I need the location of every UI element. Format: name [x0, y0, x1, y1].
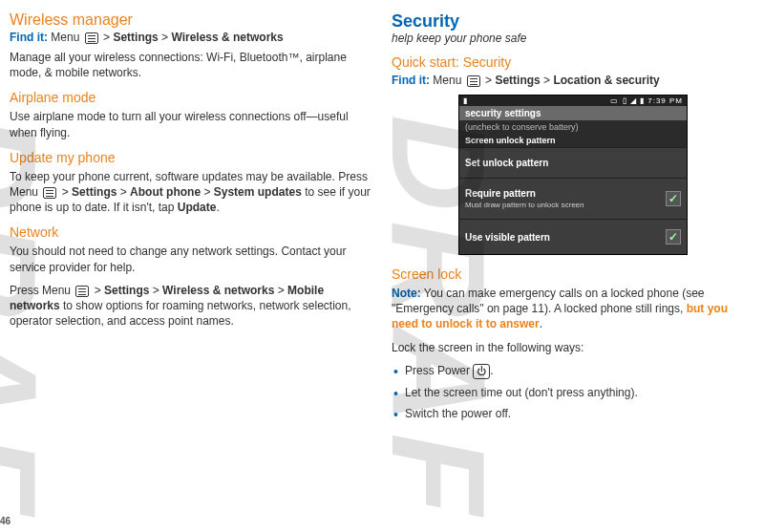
phone-sub1: (uncheck to conserve battery) — [459, 120, 687, 134]
update-settings: Settings — [72, 185, 117, 199]
phone-row-set-unlock[interactable]: Set unlock pattern — [459, 147, 687, 178]
bullet-1a: Press Power — [405, 364, 473, 377]
menu-icon — [85, 32, 98, 44]
phone-screenshot: ▮ ▭ ▯ ◢ ▮ 7:39 PM security settings (unc… — [458, 95, 688, 255]
network-body-2: Press Menu > Settings > Wireless & netwo… — [10, 283, 372, 330]
findit-settings: Settings — [113, 31, 158, 44]
row-label: Require pattern — [465, 188, 536, 199]
note-body-1: You can make emergency calls on a locked… — [392, 287, 705, 315]
findit-settings: Settings — [495, 74, 540, 87]
right-column: Security help keep your phone safe Quick… — [392, 11, 754, 428]
page-content: Wireless manager Find it: Menu > Setting… — [0, 0, 764, 437]
lock-ways-list: Press Power ⏻. Let the screen time out (… — [392, 363, 754, 422]
phone-sub2: Screen unlock pattern — [459, 134, 687, 147]
phone-row-require-pattern[interactable]: Require pattern Must draw pattern to unl… — [459, 178, 687, 219]
network-heading: Network — [10, 224, 372, 240]
power-icon: ⏻ — [473, 364, 490, 379]
checkbox-icon[interactable]: ✓ — [666, 229, 681, 245]
security-heading: Security — [392, 11, 754, 32]
statusbar-right: ▭ ▯ ◢ ▮ 7:39 PM — [610, 96, 683, 105]
row-label-wrap: Require pattern Must draw pattern to unl… — [465, 188, 584, 209]
screen-lock-heading: Screen lock — [392, 266, 754, 282]
update-phone-heading: Update my phone — [10, 150, 372, 165]
statusbar-icons: ▭ ▯ ◢ ▮ — [610, 96, 645, 105]
wireless-manager-heading: Wireless manager — [10, 11, 372, 29]
lock-ways-intro: Lock the screen in the following ways: — [392, 340, 754, 355]
findit-menu-word: Menu — [51, 31, 79, 44]
security-findit: Find it: Menu > Settings > Location & se… — [392, 74, 754, 87]
network-settings: Settings — [104, 284, 149, 297]
list-item: Let the screen time out (don't press any… — [392, 385, 754, 401]
airplane-mode-heading: Airplane mode — [10, 90, 372, 105]
findit-wireless-networks: Wireless & networks — [171, 31, 283, 44]
page-number: 46 — [0, 516, 11, 526]
security-tagline: help keep your phone safe — [392, 32, 754, 45]
update-phone-body: To keep your phone current, software upd… — [10, 169, 372, 216]
wireless-findit: Find it: Menu > Settings > Wireless & ne… — [10, 31, 372, 44]
statusbar-time: 7:39 PM — [647, 96, 683, 105]
network-body-1: You should not need to change any networ… — [10, 244, 372, 274]
findit-menu-word: Menu — [433, 74, 461, 87]
quick-start-heading: Quick start: Security — [392, 54, 754, 70]
note-label: Note: — [392, 287, 421, 300]
screen-lock-note: Note: You can make emergency calls on a … — [392, 286, 754, 332]
list-item: Switch the power off. — [392, 406, 754, 422]
update-about-phone: About phone — [130, 185, 201, 199]
phone-row-visible-pattern[interactable]: Use visible pattern ✓ — [459, 219, 687, 254]
checkbox-icon[interactable]: ✓ — [666, 191, 681, 206]
network-press-menu: Press Menu — [10, 284, 71, 297]
findit-label: Find it: — [392, 74, 430, 87]
menu-icon — [43, 187, 56, 199]
update-system-updates: System updates — [214, 185, 302, 199]
menu-icon — [75, 286, 89, 297]
row-sublabel: Must draw pattern to unlock screen — [465, 201, 584, 209]
phone-titlebar: security settings — [459, 106, 687, 120]
bullet-1b: . — [490, 364, 493, 377]
row-label: Use visible pattern — [465, 232, 550, 243]
airplane-mode-body: Use airplane mode to turn all your wirel… — [10, 109, 372, 139]
findit-location-security: Location & security — [553, 74, 659, 87]
network-body-2b: to show options for roaming networks, ne… — [10, 299, 351, 328]
menu-icon — [467, 75, 480, 87]
left-column: Wireless manager Find it: Menu > Setting… — [10, 11, 372, 428]
statusbar-left: ▮ — [463, 96, 467, 105]
list-item: Press Power ⏻. — [392, 363, 754, 379]
update-tap: Update — [178, 201, 217, 214]
row-label: Set unlock pattern — [465, 158, 548, 168]
phone-statusbar: ▮ ▭ ▯ ◢ ▮ 7:39 PM — [459, 96, 687, 106]
findit-label: Find it: — [10, 31, 48, 44]
network-wireless-networks: Wireless & networks — [162, 284, 274, 297]
wireless-intro: Manage all your wireless connections: Wi… — [10, 50, 372, 80]
